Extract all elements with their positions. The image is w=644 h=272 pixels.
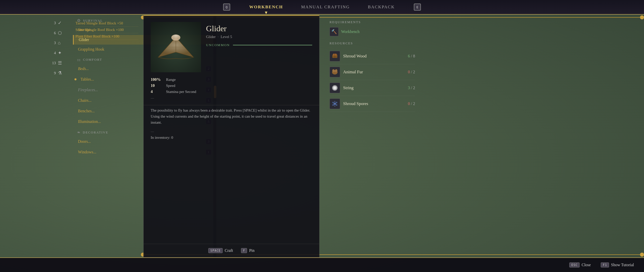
icon-sym-0: ✓ — [58, 20, 62, 26]
stat-separator: — — [151, 96, 312, 100]
shroud-spores-icon — [330, 98, 340, 109]
icon-row-0: 3 ✓ — [50, 20, 62, 26]
survival-icon: ⚙ — [77, 18, 81, 23]
right-nav-key[interactable]: E — [414, 4, 421, 11]
tutorial-label: Show Tutorial — [611, 263, 634, 267]
glider-image — [156, 27, 196, 67]
gold-dot-bottom-right — [640, 253, 644, 257]
resource-animal-fur: Animal Fur 0 / 2 — [330, 64, 415, 80]
comfort-icon: ⚏ — [77, 57, 81, 62]
sidebar-item-illumination-label: Illumination... — [78, 119, 101, 124]
icon-sym-4: ☰ — [58, 60, 62, 66]
svg-point-4 — [171, 35, 180, 41]
desc-separator: — — [151, 129, 312, 133]
close-label: Close — [582, 263, 591, 267]
detail-footer: SPACE Craft F Pin — [144, 244, 319, 257]
shroud-spores-name: Shroud Spores — [343, 101, 405, 106]
subtitle-name: Glider — [206, 35, 216, 39]
sidebar-item-windows-label: Windows... — [78, 150, 96, 154]
resource-shroud-spores: Shroud Spores 0 / 2 — [330, 96, 415, 112]
top-navigation: Q WORKBENCH MANUAL CRAFTING BACKPACK E — [0, 0, 644, 15]
sidebar-item-storage-label: Storage... — [78, 27, 94, 32]
svg-point-5 — [175, 44, 176, 45]
stat-val-2: 4 — [151, 89, 162, 94]
category-decorative-label: DECORATIVE — [83, 130, 108, 134]
string-count: 3 / 2 — [408, 86, 415, 90]
shroud-spores-sep: / 2 — [411, 101, 415, 106]
string-name: String — [343, 85, 405, 90]
inventory-text: In inventory: 0 — [151, 135, 312, 140]
description-area: The possibility to fly has always been a… — [144, 105, 319, 244]
svg-point-22 — [334, 101, 335, 102]
bottom-bar: ESC Close F1 Show Tutorial — [0, 257, 644, 272]
stat-row-2: 4 Stamina per Second — [151, 89, 312, 94]
shroud-spores-count: 0 / 2 — [408, 101, 415, 106]
svg-point-21 — [336, 104, 337, 106]
stat-val-1: 10 — [151, 83, 162, 88]
stat-key-0: Range — [166, 78, 176, 82]
item-subtitle: Glider · Level 5 — [206, 35, 312, 39]
icon-row-4: 13 ☰ — [50, 60, 62, 66]
icon-sym-3: ✦ — [58, 50, 62, 56]
req-workbench: 🔨 Workbench — [330, 27, 415, 36]
tab-manual-crafting[interactable]: MANUAL CRAFTING — [292, 0, 359, 14]
rarity-bar: UNCOMMON — [206, 43, 312, 47]
craft-button[interactable]: SPACE Craft — [208, 248, 233, 253]
subtitle-level: Level 5 — [221, 35, 232, 39]
description-text: The possibility to fly has always been a… — [151, 107, 312, 125]
string-sep: / 2 — [411, 86, 415, 90]
pin-button[interactable]: F Pin — [241, 248, 255, 253]
left-icon-panel: 3 ✓ 6 ⬡ 3 ⌂ 4 ✦ 13 ☰ 9 ⚗ — [50, 20, 62, 76]
string-icon — [330, 83, 340, 93]
stat-val-0: 100% — [151, 77, 162, 82]
close-key: ESC — [569, 262, 580, 267]
string-have: 3 — [408, 86, 410, 90]
svg-point-6 — [171, 48, 171, 49]
shroud-wood-name: Shroud Wood — [343, 54, 405, 59]
sidebar-item-grappling-hook-label: Grappling Hook — [78, 47, 104, 52]
animal-fur-icon — [330, 67, 340, 77]
item-preview — [151, 22, 201, 72]
tab-workbench[interactable]: WORKBENCH — [240, 0, 292, 14]
pin-label: Pin — [249, 248, 254, 253]
req-section-title: REQUIREMENTS — [330, 20, 415, 24]
shroud-wood-have: 6 — [408, 54, 410, 58]
stat-key-1: Speed — [166, 84, 175, 88]
left-nav-key[interactable]: Q — [223, 4, 230, 11]
tutorial-key: F1 — [601, 262, 609, 267]
stat-row-0: 100% Range — [151, 77, 312, 82]
pin-key: F — [241, 248, 247, 253]
subtitle-dot: · — [218, 35, 219, 39]
icon-num-3: 4 — [50, 51, 56, 55]
icon-num-4: 13 — [50, 61, 56, 65]
rarity-label: UNCOMMON — [206, 43, 230, 47]
animal-fur-sep: / 2 — [411, 70, 415, 74]
sidebar-item-tables-label: Tables... — [78, 77, 94, 82]
close-action[interactable]: ESC Close — [569, 262, 591, 267]
category-comfort-label: COMFORT — [83, 58, 102, 62]
resource-section-title: RESOURCES — [330, 41, 415, 45]
svg-point-23 — [334, 106, 335, 107]
icon-row-2: 3 ⌂ — [50, 40, 62, 46]
svg-point-20 — [332, 104, 334, 106]
sidebar-item-chairs-label: Chairs... — [78, 98, 92, 103]
shroud-wood-icon — [330, 51, 340, 61]
animal-fur-name: Animal Fur — [343, 70, 405, 75]
decorative-icon: ❧ — [77, 130, 81, 135]
sidebar-item-beds-label: Beds... — [78, 66, 89, 71]
icon-row-3: 4 ✦ — [50, 50, 62, 56]
shroud-spores-have: 0 — [408, 101, 410, 106]
sidebar-item-benches-label: Benches... — [78, 109, 95, 113]
tab-backpack[interactable]: BACKPACK — [359, 0, 404, 14]
sidebar-item-fireplaces-label: Fireplaces... — [78, 88, 98, 92]
craft-key: SPACE — [208, 248, 223, 253]
icon-row-1: 6 ⬡ — [50, 30, 62, 36]
icon-num-5: 9 — [50, 71, 56, 75]
stat-key-2: Stamina per Second — [166, 90, 196, 94]
tutorial-action[interactable]: F1 Show Tutorial — [601, 262, 634, 267]
detail-top: Glider Glider · Level 5 UNCOMMON — [144, 16, 319, 76]
requirements-panel: REQUIREMENTS 🔨 Workbench RESOURCES Shrou… — [325, 15, 420, 257]
sidebar-item-doors-label: Doors... — [78, 139, 91, 144]
animal-fur-count: 0 / 2 — [408, 70, 415, 74]
category-survival-label: SURVIVAL — [83, 19, 103, 23]
